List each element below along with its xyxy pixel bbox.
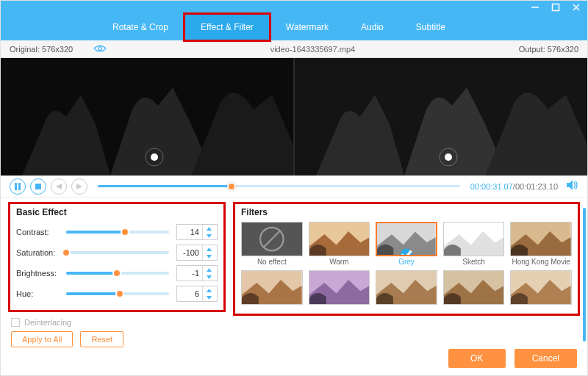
reset-button[interactable]: Reset xyxy=(80,331,123,347)
filter-thumbnail[interactable] xyxy=(510,222,572,256)
filter-item[interactable]: No effect xyxy=(241,222,303,266)
apply-to-all-button[interactable]: Apply to All xyxy=(11,331,73,347)
svg-rect-13 xyxy=(35,184,41,189)
stop-button[interactable] xyxy=(30,178,46,195)
effect-slider[interactable] xyxy=(66,272,169,275)
filter-item[interactable]: Warm xyxy=(309,222,370,266)
filter-item[interactable] xyxy=(443,270,505,306)
filter-label: Sketch xyxy=(462,258,485,266)
lower-area: Basic Effect Contrast: Saturation: Brigh… xyxy=(1,198,587,347)
filters-scrollbar[interactable] xyxy=(583,208,586,341)
spin-up-icon[interactable] xyxy=(203,245,215,253)
playback-bar: 00:00:31.07/00:01:23.10 xyxy=(1,176,587,198)
tabs: Rotate & Crop Effect & Filter Watermark … xyxy=(1,14,587,40)
preview-toggle-icon[interactable] xyxy=(93,44,107,54)
check-icon xyxy=(401,248,412,256)
svg-marker-15 xyxy=(76,184,82,189)
spin-up-icon[interactable] xyxy=(203,225,215,232)
effect-value-input[interactable] xyxy=(177,248,202,257)
filter-label: Hong Kong Movie xyxy=(512,258,570,266)
tab-watermark[interactable]: Watermark xyxy=(270,14,345,40)
effect-value-input[interactable] xyxy=(177,289,202,298)
svg-marker-21 xyxy=(207,268,212,272)
seek-slider[interactable] xyxy=(98,185,460,187)
svg-marker-19 xyxy=(207,247,212,251)
basic-effect-panel: Basic Effect Contrast: Saturation: Brigh… xyxy=(8,202,226,347)
filter-item[interactable] xyxy=(510,270,572,306)
effect-label: Saturation: xyxy=(16,248,66,257)
close-icon[interactable] xyxy=(570,3,583,12)
footer: OK Cancel xyxy=(448,349,577,368)
svg-marker-24 xyxy=(207,296,212,300)
spin-down-icon[interactable] xyxy=(203,232,215,239)
svg-rect-11 xyxy=(15,183,17,190)
app-window: Rotate & Crop Effect & Filter Watermark … xyxy=(0,0,588,376)
effect-slider[interactable] xyxy=(66,251,169,254)
ok-button[interactable]: OK xyxy=(448,349,506,368)
tab-effect-filter[interactable]: Effect & Filter xyxy=(184,14,270,40)
effect-spinner[interactable] xyxy=(176,265,218,281)
effect-row: Brightness: xyxy=(16,263,218,283)
filter-thumbnail[interactable] xyxy=(241,270,303,305)
filter-item[interactable] xyxy=(376,270,437,306)
deinterlacing-checkbox[interactable]: Deinterlacing xyxy=(11,318,223,327)
svg-marker-14 xyxy=(56,184,62,189)
svg-rect-1 xyxy=(553,4,559,11)
effect-row: Contrast: xyxy=(16,222,218,242)
filter-thumbnail[interactable] xyxy=(309,270,370,305)
tab-subtitle[interactable]: Subtitle xyxy=(400,14,462,40)
svg-line-26 xyxy=(264,231,281,247)
spin-up-icon[interactable] xyxy=(203,286,215,294)
volume-icon[interactable] xyxy=(567,180,578,192)
preview-area xyxy=(1,58,587,176)
cancel-button[interactable]: Cancel xyxy=(514,349,577,368)
svg-rect-12 xyxy=(18,183,21,190)
info-bar: Original: 576x320 video-1643335697.mp4 O… xyxy=(1,40,587,58)
effect-spinner[interactable] xyxy=(176,224,218,240)
maximize-icon[interactable] xyxy=(549,3,562,12)
effect-spinner[interactable] xyxy=(176,245,218,261)
filter-thumbnail[interactable] xyxy=(510,270,572,305)
prev-frame-button[interactable] xyxy=(51,178,67,195)
titlebar xyxy=(1,1,587,14)
tab-audio[interactable]: Audio xyxy=(345,14,400,40)
filter-thumbnail[interactable] xyxy=(443,222,505,256)
svg-point-4 xyxy=(98,46,102,50)
filename-label: video-1643335697.mp4 xyxy=(107,45,518,54)
filter-label: Grey xyxy=(398,258,415,266)
filter-thumbnail[interactable] xyxy=(241,222,303,256)
filter-item[interactable]: Grey xyxy=(376,222,437,266)
filter-item[interactable]: Hong Kong Movie xyxy=(510,222,572,266)
effect-label: Hue: xyxy=(16,289,66,298)
spin-up-icon[interactable] xyxy=(203,266,215,273)
effect-slider[interactable] xyxy=(66,292,169,295)
svg-marker-20 xyxy=(207,255,212,258)
original-size-label: Original: 576x320 xyxy=(10,45,73,54)
effect-label: Brightness: xyxy=(16,269,66,278)
filter-item[interactable]: Sketch xyxy=(443,222,505,266)
time-display: 00:00:31.07/00:01:23.10 xyxy=(470,182,558,191)
filter-thumbnail[interactable] xyxy=(443,270,505,305)
filter-thumbnail[interactable] xyxy=(376,270,437,305)
filter-item[interactable] xyxy=(309,270,370,306)
svg-point-6 xyxy=(151,153,158,161)
filter-thumbnail[interactable] xyxy=(376,222,437,256)
tab-rotate-crop[interactable]: Rotate & Crop xyxy=(96,14,184,40)
spin-down-icon[interactable] xyxy=(203,253,215,260)
pause-button[interactable] xyxy=(10,178,26,195)
filter-item[interactable] xyxy=(241,270,303,306)
spin-down-icon[interactable] xyxy=(203,273,215,281)
effect-value-input[interactable] xyxy=(177,269,202,278)
effect-row: Hue: xyxy=(16,283,218,304)
filter-label: No effect xyxy=(257,258,287,266)
effect-slider[interactable] xyxy=(66,231,169,234)
minimize-icon[interactable] xyxy=(528,3,542,12)
effect-row: Saturation: xyxy=(16,242,218,263)
svg-marker-22 xyxy=(207,275,212,279)
effect-spinner[interactable] xyxy=(176,286,218,302)
next-frame-button[interactable] xyxy=(71,178,87,195)
filter-thumbnail[interactable] xyxy=(309,222,370,256)
effect-value-input[interactable] xyxy=(177,228,202,236)
spin-down-icon[interactable] xyxy=(203,294,215,301)
output-size-label: Output: 576x320 xyxy=(519,45,578,54)
